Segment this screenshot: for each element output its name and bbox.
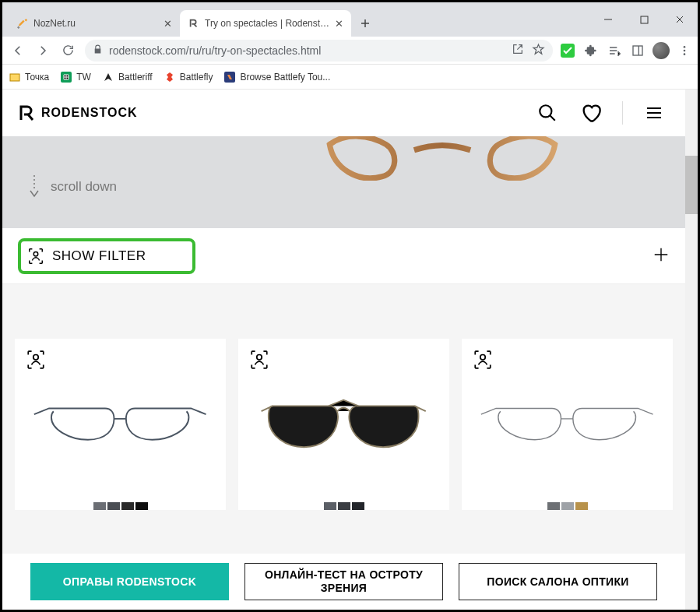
cta-find-store[interactable]: ПОИСК САЛОНА ОПТИКИ [459, 563, 657, 600]
svg-rect-6 [10, 74, 19, 81]
hero-glasses-icon [322, 136, 563, 181]
product-card[interactable] [15, 339, 226, 510]
bookmark-label: Battleriff [118, 72, 153, 83]
bookmark[interactable]: Точка [9, 71, 49, 83]
hamburger-menu[interactable] [638, 97, 670, 128]
reload-button[interactable] [57, 40, 79, 62]
tab-noznet[interactable]: NozNet.ru ✕ [9, 10, 180, 37]
reading-list-icon[interactable] [606, 42, 623, 59]
scrollbar-thumb[interactable] [685, 156, 698, 214]
url-text: rodenstock.com/ru/ru/try-on-spectacles.h… [109, 44, 505, 57]
tab-rodenstock[interactable]: Try on spectacles | Rodenstock ✕ [180, 10, 351, 37]
logo-icon [18, 104, 37, 122]
profile-avatar[interactable] [653, 42, 670, 59]
cta-label: ОНЛАЙН-ТЕСТ НА ОСТРОТУ ЗРЕНИЯ [252, 568, 436, 595]
svg-point-3 [684, 46, 686, 48]
wrench-icon [16, 17, 29, 30]
bookmark[interactable]: Battleriff [102, 71, 153, 83]
bookmark-label: Battlefly [180, 72, 213, 83]
share-icon[interactable] [512, 43, 524, 58]
back-button[interactable] [7, 40, 29, 62]
tryon-icon[interactable] [26, 350, 46, 373]
product-card[interactable] [238, 339, 449, 510]
bookmark[interactable]: Browse Battlefy Tou... [223, 71, 330, 83]
expand-button[interactable] [653, 246, 670, 266]
product-card[interactable] [462, 339, 673, 510]
tab-title: NozNet.ru [33, 18, 159, 29]
battlefy-icon [223, 71, 236, 83]
color-swatches[interactable] [324, 502, 364, 510]
product-grid [2, 284, 685, 554]
svg-point-11 [33, 355, 39, 361]
svg-point-13 [480, 355, 486, 361]
svg-rect-0 [641, 16, 648, 23]
scroll-down-hint[interactable]: scroll down [29, 175, 117, 199]
close-icon[interactable]: ✕ [335, 18, 343, 30]
cta-bar: ОПРАВЫ RODENSTOCK ОНЛАЙН-ТЕСТ НА ОСТРОТУ… [2, 554, 685, 610]
site-header: RODENSTOCK [2, 90, 685, 136]
tryon-icon[interactable] [249, 350, 269, 373]
titlebar: NozNet.ru ✕ Try on spectacles | Rodensto… [2, 2, 698, 37]
color-swatches[interactable] [93, 502, 148, 510]
browser-toolbar: rodenstock.com/ru/ru/try-on-spectacles.h… [2, 37, 698, 65]
battleriff-icon [102, 71, 114, 83]
cta-label: ПОИСК САЛОНА ОПТИКИ [487, 575, 628, 589]
extension-check-icon[interactable] [559, 42, 576, 59]
sheets-icon [60, 71, 72, 83]
battlefly-icon [164, 71, 176, 83]
sidepanel-icon[interactable] [629, 42, 646, 59]
bookmark-label: Browse Battlefy Tou... [240, 72, 330, 83]
tab-title: Try on spectacles | Rodenstock [205, 18, 330, 29]
bookmark-label: Точка [25, 72, 49, 83]
glasses-thumb [477, 398, 656, 450]
sunglasses-thumb [254, 395, 433, 455]
bookmarks-bar: Точка TW Battleriff Battlefly Browse Bat… [2, 65, 698, 90]
glasses-thumb [30, 398, 209, 450]
scroll-label: scroll down [51, 179, 117, 195]
scrollbar[interactable] [685, 90, 698, 610]
close-icon[interactable]: ✕ [164, 18, 172, 30]
tryon-icon [27, 248, 44, 265]
divider [622, 101, 623, 125]
address-bar[interactable]: rodenstock.com/ru/ru/try-on-spectacles.h… [85, 40, 553, 62]
folder-icon [9, 71, 21, 83]
lock-icon [93, 44, 103, 57]
svg-point-5 [684, 53, 686, 55]
svg-point-9 [540, 105, 551, 117]
forward-button[interactable] [32, 40, 54, 62]
close-window-button[interactable] [662, 2, 698, 37]
menu-icon[interactable] [676, 42, 693, 59]
extensions-icon[interactable] [582, 42, 600, 59]
tryon-icon[interactable] [473, 350, 493, 373]
favorites-button[interactable] [575, 97, 607, 128]
brand-name: RODENSTOCK [41, 106, 138, 120]
show-filter-button[interactable]: SHOW FILTER [18, 238, 195, 274]
bookmark[interactable]: Battlefly [164, 71, 213, 83]
filter-label: SHOW FILTER [52, 248, 146, 264]
svg-point-10 [33, 251, 38, 256]
minimize-button[interactable] [590, 2, 626, 37]
svg-point-4 [684, 49, 686, 51]
color-swatches[interactable] [547, 502, 588, 510]
svg-point-12 [257, 355, 262, 361]
bookmark-label: TW [76, 72, 91, 83]
svg-rect-2 [633, 46, 642, 55]
search-button[interactable] [532, 97, 563, 128]
brand-logo[interactable]: RODENSTOCK [18, 104, 138, 122]
star-icon[interactable] [532, 43, 545, 58]
maximize-button[interactable] [626, 2, 662, 37]
filter-row: SHOW FILTER [2, 228, 685, 284]
hero-banner: scroll down [2, 136, 685, 228]
cta-label: ОПРАВЫ RODENSTOCK [63, 575, 196, 589]
cta-frames[interactable]: ОПРАВЫ RODENSTOCK [30, 563, 229, 600]
bookmark[interactable]: TW [60, 71, 91, 83]
rodenstock-favicon-icon [188, 17, 200, 30]
new-tab-button[interactable] [354, 12, 376, 34]
cta-online-test[interactable]: ОНЛАЙН-ТЕСТ НА ОСТРОТУ ЗРЕНИЯ [244, 563, 443, 600]
arrow-down-icon [29, 175, 40, 199]
